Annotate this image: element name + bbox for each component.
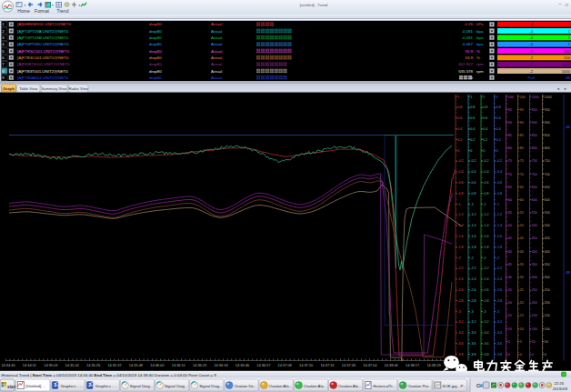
svg-text:[A]FTB3T001.UNIT2@NET0: [A]FTB3T001.UNIT2@NET0 — [17, 69, 68, 74]
svg-text:CH: CH — [476, 384, 483, 388]
svg-text:-1.4: -1.4 — [470, 224, 476, 227]
svg-text:drop80: drop80 — [149, 75, 162, 80]
svg-text:-0.8: -0.8 — [470, 192, 476, 196]
svg-text:[A]FT0PT09C.UNIT2@NET0: [A]FT0PT09C.UNIT2@NET0 — [17, 42, 69, 46]
svg-text:1: 1 — [470, 95, 472, 99]
svg-text:Actual: Actual — [211, 29, 222, 34]
svg-text:100: 100 — [508, 95, 514, 99]
svg-text:-0.2: -0.2 — [457, 159, 463, 163]
svg-text:P=0: P=0 — [527, 75, 535, 80]
svg-text:Graphics - ...: Graphics - ... — [60, 384, 83, 388]
svg-text:-1.8: -1.8 — [483, 246, 488, 249]
svg-text:25: 25 — [508, 288, 512, 292]
svg-text:-2.4: -2.4 — [496, 277, 502, 281]
svg-text:Signal Diag...: Signal Diag... — [130, 384, 154, 388]
svg-text:HistoricalTr...: HistoricalTr... — [373, 384, 396, 388]
svg-text:100: 100 — [520, 95, 526, 99]
svg-text:-1: -1 — [483, 203, 486, 206]
svg-text:-0.6: -0.6 — [470, 181, 476, 185]
svg-text:45: 45 — [508, 236, 512, 240]
svg-text:-2.2: -2.2 — [470, 266, 476, 270]
svg-text:55: 55 — [520, 211, 524, 215]
svg-text:Table View: Table View — [19, 86, 38, 91]
svg-text:700: 700 — [532, 173, 537, 176]
svg-text:1000: 1000 — [562, 62, 571, 66]
svg-text:600: 600 — [532, 198, 537, 202]
svg-text:-1.2: -1.2 — [483, 213, 488, 216]
svg-text:Format: Format — [35, 8, 49, 14]
svg-text:Ovation Ala...: Ovation Ala... — [338, 384, 362, 388]
svg-text:-1.6: -1.6 — [496, 235, 502, 238]
svg-text:-3.8: -3.8 — [457, 353, 463, 357]
svg-text:50: 50 — [532, 340, 536, 344]
svg-text:▾: ▾ — [52, 4, 54, 7]
svg-text:14:34:40: 14:34:40 — [1, 363, 15, 367]
svg-text:14:37:31: 14:37:31 — [320, 363, 334, 367]
svg-text:-2.4: -2.4 — [457, 277, 463, 281]
svg-text:kPa: kPa — [476, 22, 484, 26]
svg-text:0.8: 0.8 — [457, 106, 462, 109]
svg-text:-1.8: -1.8 — [457, 246, 463, 249]
svg-text:250: 250 — [532, 288, 537, 292]
svg-text:-1.4: -1.4 — [483, 224, 488, 227]
svg-text:0: 0 — [483, 149, 485, 153]
svg-text:450: 450 — [545, 236, 550, 240]
svg-text:rpm: rpm — [476, 62, 484, 66]
svg-text:drop80: drop80 — [149, 29, 162, 34]
svg-text:650: 650 — [545, 186, 550, 189]
svg-text:-0.6: -0.6 — [496, 181, 502, 185]
svg-text:[A]FTRSC001.UNIT2@NET0: [A]FTRSC001.UNIT2@NET0 — [17, 49, 69, 54]
svg-text:Trend: Trend — [57, 8, 69, 14]
svg-text:300: 300 — [545, 276, 550, 279]
svg-text:-3.6: -3.6 — [470, 342, 476, 346]
svg-text:❐: ❐ — [565, 3, 568, 7]
svg-text:0.4: 0.4 — [483, 127, 487, 131]
svg-text:-2.6: -2.6 — [470, 288, 476, 292]
svg-text:▾: ▾ — [79, 4, 81, 7]
svg-text:14:37:20: 14:37:20 — [299, 363, 314, 367]
svg-text:55.9: 55.9 — [465, 49, 473, 54]
svg-text:-0.091: -0.091 — [462, 29, 474, 34]
svg-text:25: 25 — [520, 288, 524, 292]
svg-text:-1.2: -1.2 — [496, 213, 502, 216]
svg-text:95: 95 — [508, 108, 512, 112]
svg-text:[A]FTB3C001.UNIT2@NET0: [A]FTB3C001.UNIT2@NET0 — [17, 55, 69, 60]
svg-text:Actual: Actual — [211, 42, 222, 46]
svg-text:350: 350 — [532, 263, 537, 266]
svg-text:[A]FT0PT09B.UNIT2@NET0: [A]FT0PT09B.UNIT2@NET0 — [17, 35, 69, 40]
svg-text:-3: -3 — [496, 310, 499, 314]
svg-text:70: 70 — [508, 173, 512, 176]
svg-text:-0.2: -0.2 — [470, 159, 476, 163]
svg-text:14:37:54: 14:37:54 — [363, 363, 377, 367]
svg-text:%: % — [476, 55, 480, 60]
svg-text:400: 400 — [545, 250, 550, 254]
svg-text:kpa: kpa — [476, 29, 484, 34]
svg-text:[A]FWBTS001.UNIT2@NET0: [A]FWBTS001.UNIT2@NET0 — [17, 62, 70, 66]
svg-text:14:38:06: 14:38:06 — [385, 363, 398, 367]
svg-text:85: 85 — [508, 134, 512, 137]
svg-text:-2.2: -2.2 — [457, 266, 463, 270]
svg-text:15: 15 — [520, 314, 524, 317]
svg-text:-3.8: -3.8 — [496, 353, 502, 357]
svg-text:95: 95 — [520, 108, 524, 112]
svg-text:-1.6: -1.6 — [483, 235, 488, 238]
svg-text:14:36:57: 14:36:57 — [256, 363, 270, 367]
svg-text:950: 950 — [532, 108, 537, 112]
svg-text:45: 45 — [520, 236, 524, 240]
svg-text:90: 90 — [520, 121, 524, 125]
svg-text:Signal Diag...: Signal Diag... — [199, 384, 223, 388]
svg-text:30: 30 — [520, 276, 524, 279]
svg-text:-3.2: -3.2 — [457, 320, 463, 324]
svg-text:300: 300 — [532, 276, 537, 279]
svg-text:-2: -2 — [483, 256, 486, 260]
svg-text:-0.26: -0.26 — [464, 22, 474, 26]
svg-text:-2.8: -2.8 — [470, 299, 476, 303]
svg-text:200: 200 — [532, 301, 537, 305]
svg-text:500: 500 — [532, 224, 537, 227]
svg-text:55: 55 — [508, 211, 512, 215]
svg-text:0.8: 0.8 — [496, 106, 501, 109]
svg-text:Actual: Actual — [211, 69, 222, 74]
svg-text:4B: 4B — [566, 75, 570, 80]
svg-text:-1.8: -1.8 — [496, 246, 502, 249]
svg-text:-3.4: -3.4 — [470, 331, 476, 335]
